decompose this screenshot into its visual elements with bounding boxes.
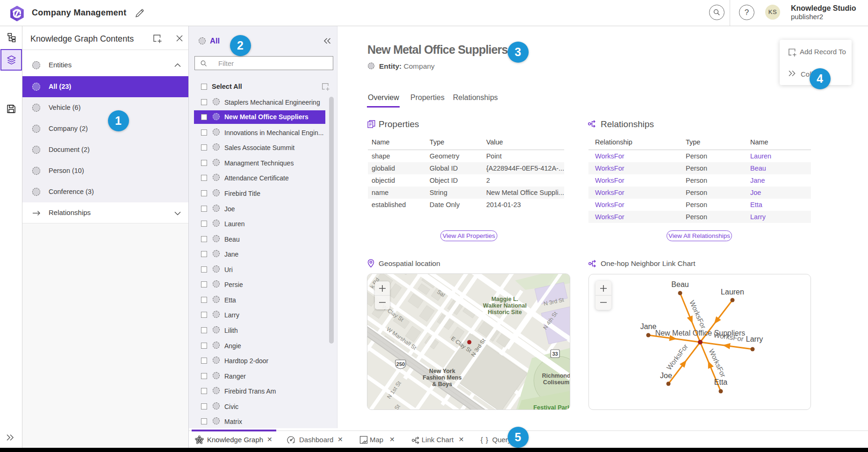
svg-text:Larry: Larry [746,335,763,343]
svg-text:Historic Site: Historic Site [488,309,522,316]
svg-text:Maggie L.: Maggie L. [491,296,518,302]
svg-text:WorksFor: WorksFor [708,348,728,379]
svg-text:Festival Park: Festival Park [533,404,570,410]
svg-text:WorksFor: WorksFor [665,343,689,372]
svg-text:& Boys: & Boys [432,381,452,387]
svg-text:New York: New York [429,368,455,374]
svg-text:Beau: Beau [671,280,689,288]
svg-text:250: 250 [396,361,405,367]
svg-text:WorksFor: WorksFor [688,299,708,330]
svg-text:Joe: Joe [660,372,672,380]
svg-text:Jane: Jane [640,323,657,330]
svg-text:Coliseum: Coliseum [543,379,569,386]
svg-text:33: 33 [552,351,558,357]
svg-text:Lauren: Lauren [721,288,744,296]
svg-text:Etta: Etta [714,378,728,386]
svg-text:Richmond: Richmond [542,373,570,379]
svg-text:New Metal Office Suppliers: New Metal Office Suppliers [655,329,746,337]
svg-text:Walker National: Walker National [483,302,526,309]
svg-text:Fashion Mens: Fashion Mens [423,374,461,381]
